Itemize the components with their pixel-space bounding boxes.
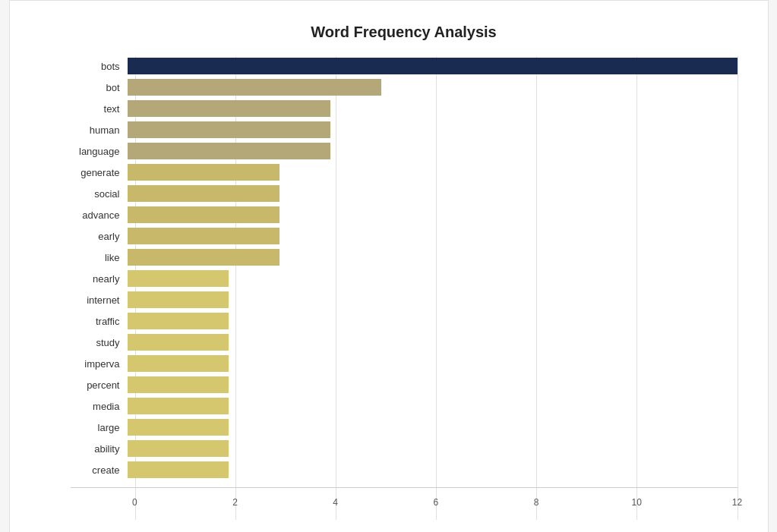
bar-row: imperva xyxy=(71,354,738,373)
bar-track xyxy=(128,226,738,246)
bar-row: bots xyxy=(71,56,738,76)
bar-label: media xyxy=(71,401,128,412)
x-tick-label: 10 xyxy=(632,497,642,508)
bar-track xyxy=(128,460,738,480)
bar-label: early xyxy=(71,231,128,242)
bar-row: percent xyxy=(71,375,738,395)
bar-label: text xyxy=(71,103,128,115)
bar-label: percent xyxy=(71,379,128,391)
x-tick-label: 6 xyxy=(434,497,439,508)
bar-fill xyxy=(128,440,229,457)
bar-track xyxy=(128,290,738,310)
x-tick-label: 8 xyxy=(534,497,539,508)
x-tick-label: 4 xyxy=(333,497,338,508)
bar-row: study xyxy=(71,332,738,352)
x-axis-area: 024681012 xyxy=(71,487,738,525)
bar-track xyxy=(128,162,738,182)
bar-track xyxy=(128,205,738,225)
bar-row: bot xyxy=(71,77,738,97)
bar-row: generate xyxy=(71,162,738,182)
bar-fill xyxy=(128,58,738,74)
bar-row: media xyxy=(71,396,738,416)
bar-fill xyxy=(128,461,229,478)
bar-label: nearly xyxy=(71,273,128,285)
bar-track xyxy=(128,56,738,76)
bars-wrapper: botsbottexthumanlanguagegeneratesocialad… xyxy=(71,56,738,532)
bar-track xyxy=(128,120,738,140)
bar-label: imperva xyxy=(71,358,128,370)
bar-label: language xyxy=(71,146,128,157)
bar-track xyxy=(128,396,738,416)
grid-line xyxy=(738,56,738,520)
bar-fill xyxy=(128,79,382,96)
bar-label: generate xyxy=(71,167,128,178)
bar-track xyxy=(128,99,738,118)
bar-fill xyxy=(128,398,229,414)
bar-fill xyxy=(128,355,229,372)
bar-label: social xyxy=(71,188,128,200)
bar-fill xyxy=(128,334,229,351)
bar-fill xyxy=(128,270,229,287)
bar-fill xyxy=(128,313,229,329)
bar-fill xyxy=(128,143,331,159)
x-tick-label: 12 xyxy=(732,497,742,508)
bar-row: traffic xyxy=(71,311,738,331)
bar-track xyxy=(128,77,738,97)
x-axis-line xyxy=(71,487,738,488)
bar-track xyxy=(128,269,738,288)
bar-label: human xyxy=(71,124,128,136)
bar-row: language xyxy=(71,141,738,161)
bar-label: study xyxy=(71,337,128,348)
chart-area: botsbottexthumanlanguagegeneratesocialad… xyxy=(71,56,738,481)
bar-fill xyxy=(128,419,229,436)
bar-label: internet xyxy=(71,294,128,306)
bar-track xyxy=(128,375,738,395)
bar-fill xyxy=(128,121,331,138)
chart-container: Word Frequency Analysis botsbottexthuman… xyxy=(9,0,769,532)
bar-track xyxy=(128,439,738,458)
bar-label: create xyxy=(71,464,128,476)
bar-row: advance xyxy=(71,205,738,225)
bar-label: traffic xyxy=(71,316,128,327)
bar-fill xyxy=(128,249,280,266)
bar-fill xyxy=(128,291,229,308)
bar-row: social xyxy=(71,184,738,203)
bar-track xyxy=(128,417,738,437)
x-tick-label: 0 xyxy=(132,497,137,508)
bar-row: like xyxy=(71,247,738,267)
bar-row: internet xyxy=(71,290,738,310)
chart-title: Word Frequency Analysis xyxy=(71,24,738,41)
bar-track xyxy=(128,311,738,331)
bar-track xyxy=(128,141,738,161)
x-tick-label: 2 xyxy=(232,497,238,508)
bar-label: bots xyxy=(71,61,128,72)
bar-row: text xyxy=(71,99,738,118)
bar-fill xyxy=(128,228,280,244)
bar-row: ability xyxy=(71,439,738,458)
bar-row: create xyxy=(71,460,738,480)
bar-label: like xyxy=(71,252,128,263)
bar-label: large xyxy=(71,422,128,433)
bar-fill xyxy=(128,164,280,181)
bar-row: nearly xyxy=(71,269,738,288)
bar-fill xyxy=(128,206,280,223)
bar-fill xyxy=(128,100,331,117)
bar-fill xyxy=(128,376,229,393)
bar-track xyxy=(128,247,738,267)
bar-row: large xyxy=(71,417,738,437)
bar-label: ability xyxy=(71,443,128,455)
bar-row: human xyxy=(71,120,738,140)
bar-track xyxy=(128,184,738,203)
bar-fill xyxy=(128,185,280,202)
bar-row: early xyxy=(71,226,738,246)
bar-track xyxy=(128,332,738,352)
bar-label: bot xyxy=(71,82,128,93)
bar-label: advance xyxy=(71,209,128,221)
bar-track xyxy=(128,354,738,373)
